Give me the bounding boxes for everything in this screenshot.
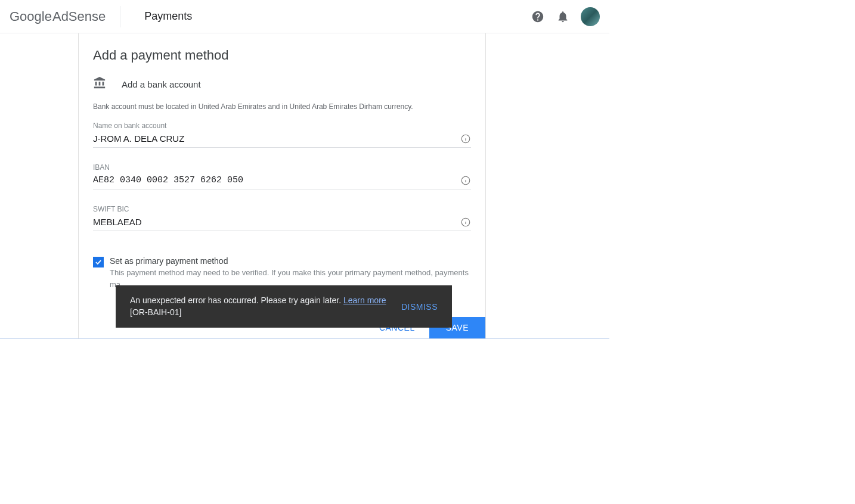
logo-google: Google [10, 9, 52, 24]
name-field: Name on bank account [93, 122, 471, 148]
avatar[interactable] [581, 7, 600, 26]
dismiss-button[interactable]: Dismiss [401, 302, 438, 312]
card-title: Add a payment method [93, 48, 471, 63]
info-icon[interactable] [460, 175, 471, 186]
notifications-icon[interactable] [556, 10, 570, 24]
toast-error-code: [OR-BAIH-01] [130, 307, 387, 319]
notice-text: Bank account must be located in United A… [93, 102, 471, 111]
iban-input[interactable] [93, 174, 456, 186]
error-toast: An unexpected error has occurred. Please… [116, 285, 452, 328]
checkbox-label: Set as primary payment method [110, 256, 471, 266]
logo-adsense: AdSense [52, 9, 106, 24]
info-icon[interactable] [460, 217, 471, 228]
iban-field: IBAN [93, 163, 471, 189]
swift-input[interactable] [93, 216, 456, 228]
swift-field: SWIFT BIC [93, 205, 471, 231]
name-input[interactable] [93, 132, 456, 145]
iban-label: IBAN [93, 163, 471, 172]
info-icon[interactable] [460, 133, 471, 144]
divider [0, 338, 609, 339]
header: Google AdSense Payments [0, 0, 609, 33]
primary-checkbox[interactable] [93, 257, 104, 267]
swift-label: SWIFT BIC [93, 205, 471, 213]
toast-message: An unexpected error has occurred. Please… [130, 295, 387, 318]
toast-learn-more-link[interactable]: Learn more [343, 295, 386, 305]
name-label: Name on bank account [93, 122, 471, 130]
page-title: Payments [144, 10, 192, 23]
bank-icon [93, 76, 106, 92]
logo[interactable]: Google AdSense [10, 6, 120, 27]
subsection-title: Add a bank account [122, 79, 201, 89]
toast-text: An unexpected error has occurred. Please… [130, 295, 343, 305]
subsection: Add a bank account [93, 76, 471, 92]
header-right [531, 7, 600, 26]
help-icon[interactable] [531, 10, 545, 24]
